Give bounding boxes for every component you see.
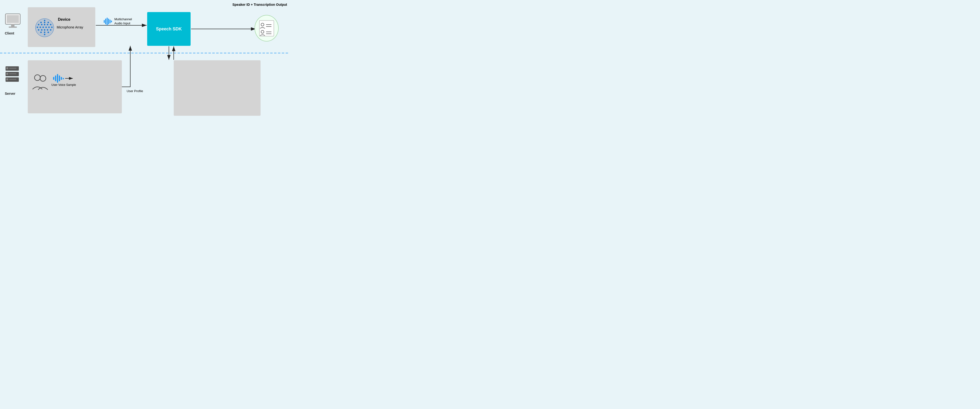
svg-rect-55 [6, 73, 8, 75]
server-label: Server [5, 92, 16, 95]
client-icon [4, 13, 21, 30]
svg-point-35 [44, 32, 45, 33]
svg-rect-9 [7, 15, 19, 23]
client-label: Client [5, 31, 14, 35]
svg-point-36 [48, 32, 49, 33]
svg-point-30 [41, 29, 43, 31]
output-icon [255, 15, 278, 41]
svg-point-37 [44, 34, 45, 35]
architecture-diagram: Client Device [0, 0, 290, 120]
svg-rect-66 [61, 77, 62, 80]
device-box: Device [28, 7, 95, 47]
svg-rect-41 [108, 19, 109, 24]
svg-rect-53 [9, 68, 16, 69]
svg-rect-56 [9, 73, 16, 74]
user-profile-label: User Profile [127, 89, 143, 93]
svg-point-27 [48, 27, 50, 28]
svg-rect-40 [107, 17, 108, 25]
svg-point-15 [40, 22, 42, 23]
svg-rect-38 [104, 20, 105, 23]
svg-point-22 [50, 24, 51, 25]
svg-rect-52 [6, 67, 8, 69]
svg-rect-39 [105, 19, 106, 24]
svg-rect-11 [9, 27, 17, 28]
svg-point-23 [37, 27, 38, 28]
voice-wave-icon [53, 74, 65, 84]
svg-point-14 [44, 20, 45, 21]
svg-point-31 [44, 29, 45, 31]
server-icon [4, 65, 20, 86]
svg-point-25 [43, 27, 44, 28]
svg-point-32 [47, 29, 48, 31]
svg-point-20 [44, 24, 45, 25]
svg-point-34 [40, 32, 42, 33]
svg-point-26 [45, 27, 47, 28]
voice-sample-label: User Voice Sample [51, 83, 76, 87]
svg-point-18 [38, 24, 39, 25]
svg-rect-42 [110, 19, 110, 24]
svg-rect-64 [57, 74, 58, 83]
audio-input-group: MultichannelAudio Input [104, 17, 132, 25]
svg-point-33 [50, 29, 51, 31]
speech-sdk-label: Speech SDK [156, 27, 182, 32]
svg-rect-65 [59, 76, 60, 81]
svg-rect-59 [9, 79, 16, 80]
svg-rect-58 [6, 78, 8, 80]
svg-point-29 [38, 29, 39, 31]
users-icon [31, 72, 51, 93]
svg-point-28 [51, 27, 52, 28]
svg-point-19 [41, 24, 43, 25]
svg-point-24 [40, 27, 41, 28]
svg-rect-43 [111, 21, 112, 22]
svg-point-61 [40, 76, 46, 81]
svg-point-60 [35, 75, 40, 81]
svg-point-16 [44, 22, 45, 23]
svg-rect-62 [53, 77, 54, 80]
svg-rect-63 [55, 76, 56, 81]
output-title: Speaker ID + Transcription Output [232, 2, 287, 7]
audio-input-label: MultichannelAudio Input [115, 17, 132, 25]
microphone-array-icon [35, 18, 54, 38]
device-title: Device [58, 17, 70, 22]
svg-rect-10 [11, 24, 14, 27]
audio-wave-icon [104, 17, 113, 25]
speech-sdk-box: Speech SDK [147, 12, 191, 46]
svg-point-17 [48, 22, 49, 23]
svg-point-21 [47, 24, 48, 25]
svg-rect-67 [63, 78, 64, 79]
cts-box: Conversation Transcription Service (Back… [174, 60, 261, 116]
enrollment-box: User Enrollment User Vo [28, 60, 122, 113]
microphone-label: Microphone Array [57, 25, 83, 29]
